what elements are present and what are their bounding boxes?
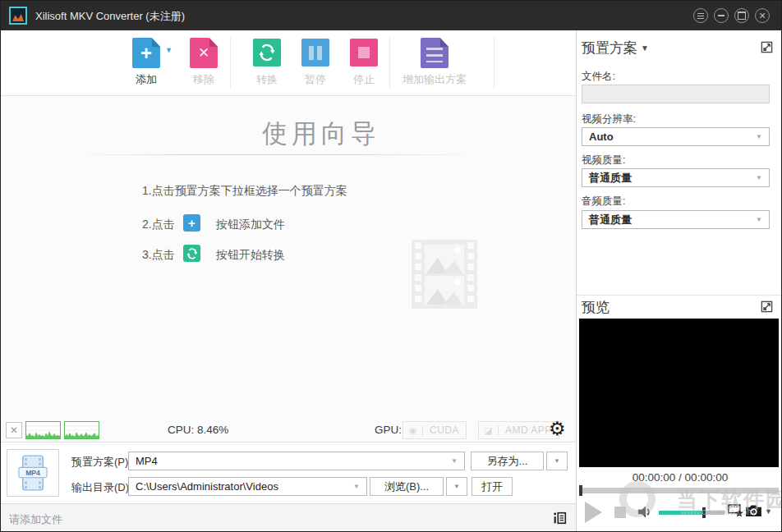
wizard-step-1: 1.点击预置方案下拉框选择一个预置方案 <box>142 184 347 199</box>
add-dropdown-caret-icon[interactable]: ▼ <box>165 46 172 54</box>
snapshot-manager-icon[interactable] <box>728 503 745 521</box>
stop-playback-button[interactable] <box>614 507 626 518</box>
cuda-badge-label: CUDA <box>423 424 466 436</box>
save-as-label: 另存为... <box>487 454 528 469</box>
window-menu-button[interactable] <box>693 8 708 23</box>
wizard-step-3-suffix: 按钮开始转换 <box>216 248 285 263</box>
remove-label: 移除 <box>174 72 233 87</box>
add-button[interactable]: + ▼ 添加 <box>117 38 176 87</box>
add-label: 添加 <box>117 72 176 87</box>
chevron-down-icon: ▼ <box>756 216 762 223</box>
filename-input[interactable] <box>582 85 770 103</box>
gpu-label: GPU: <box>375 424 402 436</box>
audio-quality-value: 普通质量 <box>589 213 632 227</box>
add-profile-label: 增加输出方案 <box>389 72 480 87</box>
hardware-status-bar: ✕ CPU: 8.46% GPU: ◉ CUDA ◪ AMD APP ⚙ <box>1 418 576 443</box>
preset-panel-header[interactable]: 预置方案▼ <box>582 39 649 57</box>
chevron-down-icon: ▼ <box>451 457 458 465</box>
add-file-mini-icon: + <box>183 214 200 232</box>
amd-icon: ◪ <box>479 425 499 436</box>
toolbar-separator <box>494 37 494 89</box>
preset-dropdown[interactable]: MP4 ▼ <box>128 452 465 470</box>
browse-dropdown-button[interactable]: ▼ <box>446 477 467 496</box>
open-label: 打开 <box>481 479 503 494</box>
browse-button[interactable]: 浏览(B)... <box>370 477 444 496</box>
snapshot-camera-icon[interactable] <box>745 504 762 521</box>
wizard-divider <box>73 154 484 155</box>
mp4-file-icon: MP4 <box>17 454 48 492</box>
chevron-down-icon: ▼ <box>641 44 649 53</box>
wizard-area: 使用向导 1.点击预置方案下拉框选择一个预置方案 2.点击 + 按钮添加文件 3… <box>1 97 576 418</box>
expand-preview-icon[interactable] <box>761 300 773 316</box>
browse-label: 浏览(B)... <box>384 479 429 494</box>
file-info-list-icon[interactable] <box>553 511 568 529</box>
preview-time: 00:00:00 / 00:00:00 <box>577 471 782 484</box>
seek-bar[interactable] <box>579 488 779 493</box>
pause-icon <box>301 39 329 66</box>
resolution-value: Auto <box>589 131 614 143</box>
gpu-usage-meter <box>64 421 99 439</box>
file-list-status-bar: 请添加文件 <box>1 503 576 532</box>
wizard-step-3-prefix: 3.点击 <box>142 248 175 263</box>
preview-video-screen <box>579 319 779 467</box>
open-button[interactable]: 打开 <box>472 477 513 496</box>
volume-slider[interactable] <box>659 511 724 515</box>
svg-text:MP4: MP4 <box>25 469 40 477</box>
stop-icon <box>350 39 378 66</box>
resolution-dropdown[interactable]: Auto ▼ <box>582 127 770 146</box>
snapshot-dropdown-caret-icon[interactable]: ▼ <box>765 507 772 516</box>
close-button[interactable]: ✕ <box>755 8 770 23</box>
remove-button[interactable]: ✕ 移除 <box>174 38 233 87</box>
filename-label: 文件名: <box>582 70 615 84</box>
save-as-dropdown-button[interactable]: ▼ <box>546 452 568 470</box>
remove-file-icon: ✕ <box>190 38 218 68</box>
resolution-label: 视频分辨率: <box>582 112 636 126</box>
save-as-button[interactable]: 另存为... <box>471 452 544 470</box>
hide-meters-button[interactable]: ✕ <box>6 422 22 438</box>
audio-quality-dropdown[interactable]: 普通质量 ▼ <box>582 210 770 229</box>
add-profile-button[interactable]: 增加输出方案 <box>389 38 480 87</box>
play-button[interactable] <box>585 502 602 523</box>
video-quality-dropdown[interactable]: 普通质量 ▼ <box>582 168 770 187</box>
right-panel: 预置方案▼ 文件名: 视频分辨率: Auto ▼ 视频质量: 普通质量 ▼ 音频… <box>576 30 782 532</box>
seek-handle[interactable] <box>579 485 582 496</box>
amd-app-badge: ◪ AMD APP <box>478 421 559 439</box>
output-dir-dropdown[interactable]: C:\Users\Administrator\Videos ▼ <box>128 477 367 496</box>
output-dir-label: 输出目录(D): <box>71 480 132 495</box>
settings-gear-icon[interactable]: ⚙ <box>549 418 566 440</box>
video-quality-label: 视频质量: <box>582 154 625 167</box>
app-logo-icon <box>9 7 27 25</box>
convert-mini-icon <box>183 245 200 262</box>
chevron-down-icon: ▼ <box>756 133 762 140</box>
volume-handle[interactable] <box>702 507 706 518</box>
wizard-step-2-prefix: 2.点击 <box>142 218 175 232</box>
audio-quality-label: 音频质量: <box>582 195 625 209</box>
convert-icon <box>253 39 281 66</box>
filmstrip-placeholder-image <box>412 240 477 312</box>
volume-speaker-icon[interactable] <box>637 505 654 522</box>
toolbar: + ▼ 添加 ✕ 移除 <box>1 30 576 96</box>
chevron-down-icon: ▼ <box>756 174 762 181</box>
wizard-title: 使用向导 <box>67 117 576 151</box>
minimize-button[interactable] <box>714 8 729 23</box>
panel-divider <box>577 295 782 296</box>
preset-value: MP4 <box>136 455 158 467</box>
window-title: Xilisoft MKV Converter (未注册) <box>35 9 185 24</box>
output-settings-panel: MP4 预置方案(P): MP4 ▼ 另存为... ▼ 输出目录(D): C:\… <box>1 443 576 503</box>
add-profile-icon <box>421 38 448 68</box>
preview-title: 预览 <box>582 300 610 315</box>
stop-label: 停止 <box>334 72 393 87</box>
cpu-usage-text: CPU: 8.46% <box>168 424 228 436</box>
cuda-badge: ◉ CUDA <box>402 421 467 439</box>
wizard-step-2-suffix: 按钮添加文件 <box>216 218 285 232</box>
stop-button[interactable]: 停止 <box>334 38 393 87</box>
preset-panel-title: 预置方案 <box>582 40 637 56</box>
preset-label: 预置方案(P): <box>71 455 131 470</box>
file-list-status-text: 请添加文件 <box>9 512 62 527</box>
maximize-button[interactable] <box>734 8 749 23</box>
video-quality-value: 普通质量 <box>589 171 632 186</box>
preview-panel-header: 预览 <box>582 298 610 317</box>
add-file-icon: + <box>132 38 160 68</box>
expand-preset-panel-icon[interactable] <box>761 41 773 57</box>
title-bar: Xilisoft MKV Converter (未注册) ✕ <box>1 1 781 30</box>
